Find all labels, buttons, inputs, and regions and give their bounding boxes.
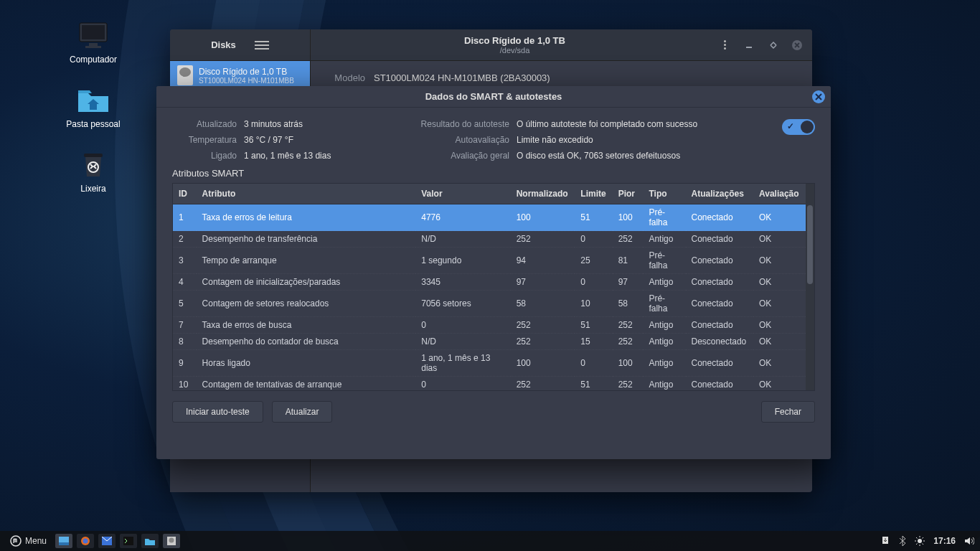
clock[interactable]: 17:16: [933, 536, 956, 546]
table-row[interactable]: 4Contagem de inicializações/paradas33459…: [173, 274, 806, 291]
disks-header-center: Disco Rígido de 1,0 TB /dev/sda: [311, 29, 719, 60]
close-button[interactable]: [791, 39, 804, 52]
table-row[interactable]: 3Tempo de arranque1 segundo942581Pré-fal…: [173, 248, 806, 274]
table-row[interactable]: 7Taxa de erros de busca025251252AntigoCo…: [173, 317, 806, 334]
maximize-button[interactable]: [767, 39, 780, 52]
desktop-icon-trash[interactable]: Lixeira: [50, 151, 136, 194]
svg-rect-3: [85, 46, 101, 48]
volume-icon[interactable]: [964, 536, 974, 546]
toggle-knob: [801, 121, 814, 133]
disk-list-item[interactable]: Disco Rígido de 1,0 TB ST1000LM024 HN-M1…: [170, 61, 310, 90]
cell-tipo: Pré-falha: [643, 204, 685, 231]
cell-tipo: Antigo: [643, 231, 685, 248]
table-row[interactable]: 2Desempenho de transferênciaN/D2520252An…: [173, 231, 806, 248]
table-row[interactable]: 10Contagem de tentativas de arranque0252…: [173, 377, 806, 391]
task-show-desktop[interactable]: [55, 534, 72, 548]
selftest-label: Resultado do autoteste: [416, 119, 509, 129]
cell-attr: Tempo de arranque: [197, 248, 416, 274]
cell-norm: 94: [511, 248, 575, 274]
smart-table-container: ID Atributo Valor Normalizado Limite Pio…: [172, 183, 815, 391]
harddisk-icon: [177, 65, 193, 85]
cell-aval: OK: [753, 231, 806, 248]
cell-lim: 0: [575, 350, 612, 377]
disk-subtitle: /dev/sda: [500, 46, 530, 55]
col-aval[interactable]: Avaliação: [753, 184, 806, 204]
model-value: ST1000LM024 HN-M101MBB (2BA30003): [374, 72, 550, 83]
desktop-icon-computer[interactable]: Computador: [50, 22, 136, 65]
cell-aval: OK: [753, 350, 806, 377]
svg-point-14: [169, 538, 174, 543]
col-val[interactable]: Valor: [415, 184, 510, 204]
dialog-close-button[interactable]: [812, 90, 825, 103]
table-row[interactable]: 5Contagem de setores realocados7056 seto…: [173, 291, 806, 317]
disks-header: Disks Disco Rígido de 1,0 TB /dev/sda: [170, 29, 812, 61]
cell-tipo: Pré-falha: [643, 291, 685, 317]
selftest-value: O último autoteste foi completado com su…: [517, 119, 772, 129]
cell-pior: 252: [613, 317, 644, 334]
cell-tipo: Antigo: [643, 334, 685, 350]
trash-icon: [77, 151, 110, 179]
cell-lim: 51: [575, 377, 612, 391]
cell-norm: 58: [511, 291, 575, 317]
col-pior[interactable]: Pior: [613, 184, 644, 204]
temperature-label: Temperatura: [172, 135, 237, 145]
disk-options-button[interactable]: [719, 39, 732, 52]
col-norm[interactable]: Normalizado: [511, 184, 575, 204]
brightness-icon[interactable]: [915, 536, 925, 546]
cell-norm: 252: [511, 377, 575, 391]
cell-attr: Horas ligado: [197, 350, 416, 377]
desktop-icon-home[interactable]: Pasta pessoal: [50, 86, 136, 129]
minimize-button[interactable]: [743, 39, 756, 52]
task-disks[interactable]: [163, 534, 180, 548]
svg-rect-12: [123, 537, 133, 545]
cell-aval: OK: [753, 334, 806, 350]
col-tipo[interactable]: Tipo: [643, 184, 685, 204]
start-selftest-button[interactable]: Iniciar auto-teste: [172, 401, 263, 423]
smart-attributes-table: ID Atributo Valor Normalizado Limite Pio…: [173, 184, 806, 390]
col-id[interactable]: ID: [173, 184, 197, 204]
col-attr[interactable]: Atributo: [197, 184, 416, 204]
cell-val: 7056 setores: [415, 291, 510, 317]
table-row[interactable]: 8Desempenho do contador de buscaN/D25215…: [173, 334, 806, 350]
smart-dialog-buttons: Iniciar auto-teste Atualizar Fechar: [156, 391, 831, 433]
refresh-button[interactable]: Atualizar: [272, 401, 333, 423]
cell-aval: OK: [753, 377, 806, 391]
cell-id: 5: [173, 291, 197, 317]
cell-attr: Desempenho do contador de busca: [197, 334, 416, 350]
svg-rect-4: [84, 154, 103, 157]
temperature-value: 36 °C / 97 °F: [244, 135, 416, 145]
cell-norm: 252: [511, 231, 575, 248]
close-dialog-button[interactable]: Fechar: [761, 401, 815, 423]
task-mail[interactable]: [98, 534, 116, 548]
hamburger-menu-button[interactable]: [255, 41, 269, 50]
cell-pior: 100: [613, 350, 644, 377]
col-atual[interactable]: Atualizações: [686, 184, 753, 204]
start-menu-button[interactable]: Menu: [6, 535, 51, 547]
table-row[interactable]: 1Taxa de erros de leitura477610051100Pré…: [173, 204, 806, 231]
cell-attr: Contagem de setores realocados: [197, 291, 416, 317]
scrollbar-thumb[interactable]: [807, 205, 813, 284]
cell-tipo: Antigo: [643, 274, 685, 291]
cell-attr: Contagem de tentativas de arranque: [197, 377, 416, 391]
task-terminal[interactable]: [120, 534, 137, 548]
smart-enabled-toggle[interactable]: ✓: [782, 119, 815, 135]
poweron-value: 1 ano, 1 mês e 13 dias: [244, 151, 416, 161]
table-row[interactable]: 9Horas ligado1 ano, 1 mês e 13 dias10001…: [173, 350, 806, 377]
smart-info-right: Resultado do autoteste O último autotest…: [416, 119, 772, 161]
cell-tipo: Antigo: [643, 350, 685, 377]
cell-pior: 252: [613, 231, 644, 248]
task-files[interactable]: [141, 534, 159, 548]
svg-rect-1: [82, 25, 105, 39]
cell-id: 2: [173, 231, 197, 248]
cell-lim: 10: [575, 291, 612, 317]
task-firefox[interactable]: [77, 534, 94, 548]
cell-norm: 97: [511, 274, 575, 291]
check-icon: ✓: [787, 121, 794, 131]
bluetooth-icon[interactable]: [899, 536, 906, 546]
computer-icon: [77, 22, 110, 50]
table-scrollbar[interactable]: [806, 184, 814, 390]
updates-icon[interactable]: [880, 536, 890, 546]
svg-point-16: [918, 539, 922, 543]
col-lim[interactable]: Limite: [575, 184, 612, 204]
cell-id: 10: [173, 377, 197, 391]
